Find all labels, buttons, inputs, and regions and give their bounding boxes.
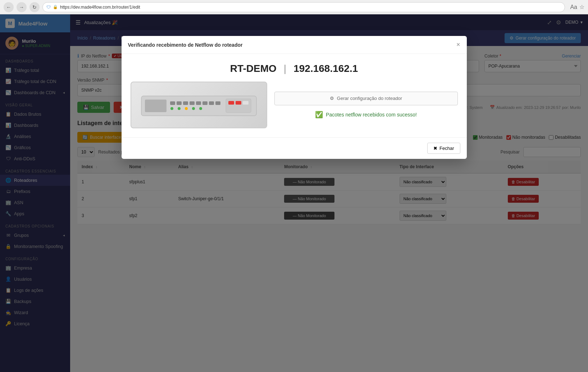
modal-router-title: RT-DEMO | 192.168.162.1 [131, 63, 458, 74]
svg-rect-6 [196, 101, 201, 105]
translate-button[interactable]: Aa [570, 4, 577, 10]
modal-body: RT-DEMO | 192.168.162.1 [122, 54, 467, 137]
modal-separator: | [284, 63, 290, 74]
browser-chrome: ← → ↻ 🛡 🔒 https://dev.made4flow.com.br/r… [0, 0, 588, 14]
success-message: ✅ Pacotes netflow recebidos com sucesso! [274, 111, 458, 119]
modal-router-image [131, 82, 267, 128]
svg-rect-1 [145, 100, 167, 112]
browser-action-buttons: Aa ☆ [570, 4, 584, 10]
modal-close-button[interactable]: ✖ Fechar [427, 143, 460, 154]
url-text: https://dev.made4flow.com.br/router/1/ed… [60, 5, 140, 10]
refresh-button[interactable]: ↻ [29, 2, 40, 12]
close-btn-label: Fechar [439, 146, 454, 151]
gear-icon: ⚙ [330, 96, 334, 101]
svg-rect-7 [202, 101, 208, 105]
svg-rect-15 [226, 99, 251, 112]
shield-icon: 🛡 [46, 5, 51, 10]
close-icon: ✖ [433, 146, 437, 151]
back-button[interactable]: ← [4, 2, 14, 12]
svg-point-11 [178, 107, 181, 110]
modal-title: Verificando recebimento de Netflow do ro… [128, 42, 243, 48]
success-check-icon: ✅ [315, 111, 323, 119]
url-bar[interactable]: 🛡 🔒 https://dev.made4flow.com.br/router/… [42, 2, 565, 12]
modal-overlay[interactable]: Verificando recebimento de Netflow do ro… [0, 14, 588, 372]
bookmark-button[interactable]: ☆ [579, 4, 584, 10]
svg-point-12 [185, 107, 188, 110]
modal-router-ip: 192.168.162.1 [293, 63, 358, 74]
svg-rect-9 [215, 101, 220, 105]
svg-rect-16 [228, 101, 234, 105]
modal-config-button[interactable]: ⚙ Gerar configuração do roteador [274, 92, 458, 105]
success-text: Pacotes netflow recebidos com sucesso! [326, 112, 417, 118]
modal-close-x-button[interactable]: × [456, 41, 460, 49]
svg-rect-5 [190, 101, 195, 105]
svg-point-13 [192, 107, 195, 110]
svg-point-10 [170, 107, 173, 110]
modal-config-btn-label: Gerar configuração do roteador [337, 96, 402, 101]
svg-rect-2 [170, 101, 175, 105]
svg-rect-17 [236, 101, 241, 105]
svg-rect-8 [209, 101, 214, 105]
svg-point-14 [199, 107, 202, 110]
modal-content-row: ⚙ Gerar configuração do roteador ✅ Pacot… [131, 82, 458, 128]
forward-button[interactable]: → [17, 2, 27, 12]
svg-rect-4 [183, 101, 188, 105]
modal-router-name: RT-DEMO [230, 63, 277, 74]
modal-header: Verificando recebimento de Netflow do ro… [122, 36, 467, 54]
modal: Verificando recebimento de Netflow do ro… [122, 36, 467, 159]
router-svg [138, 89, 260, 121]
modal-right-panel: ⚙ Gerar configuração do roteador ✅ Pacot… [274, 92, 458, 119]
svg-rect-3 [177, 101, 182, 105]
lock-icon: 🔒 [53, 5, 58, 9]
svg-rect-18 [243, 101, 249, 105]
modal-footer: ✖ Fechar [122, 137, 467, 159]
